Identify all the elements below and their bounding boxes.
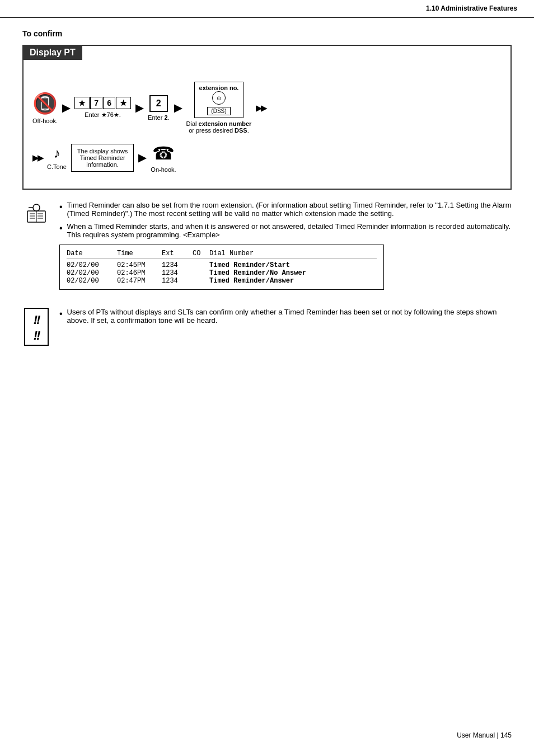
section-title: To confirm bbox=[22, 29, 512, 38]
warning-section: !! !! • Users of PTs without displays an… bbox=[22, 308, 512, 346]
bullet-dot-2: • bbox=[59, 222, 63, 239]
bullet-text-2: When a Timed Reminder starts, and when i… bbox=[67, 222, 512, 239]
arrow-4: ▶ bbox=[138, 152, 146, 164]
ctone-step: ♪ C.Tone bbox=[47, 145, 67, 170]
diagram-box-title: Display PT bbox=[23, 45, 82, 60]
ctone-icon: ♪ bbox=[53, 145, 60, 161]
key-group: ★ 7 6 ★ bbox=[74, 97, 131, 109]
col-header-time: Time bbox=[117, 250, 162, 257]
cell-date-1: 02/02/00 bbox=[67, 261, 117, 269]
diagram-box: Display PT 📵 Off-hook. ▶ ★ 7 6 ★ Enter ★… bbox=[22, 45, 512, 190]
table-row: 02/02/00 02:47PM 1234 Timed Reminder/Ans… bbox=[67, 277, 377, 285]
top-bar: 1.10 Administrative Features bbox=[0, 0, 534, 18]
cell-time-3: 02:47PM bbox=[117, 277, 162, 285]
cell-date-3: 02/02/00 bbox=[67, 277, 117, 285]
footer: User Manual | 145 bbox=[457, 731, 512, 739]
display-line-3: information. bbox=[77, 161, 128, 168]
dss-box: (DSS) bbox=[207, 107, 230, 115]
warning-bullet-dot: • bbox=[59, 308, 63, 325]
number-box-2: 2 bbox=[149, 95, 168, 112]
note-section-1: • Timed Reminder can also be set from th… bbox=[22, 201, 512, 299]
warning-icon: !! !! bbox=[24, 308, 49, 346]
bullet-1: • Timed Reminder can also be set from th… bbox=[59, 201, 512, 218]
note-text-section: • Timed Reminder can also be set from th… bbox=[59, 201, 512, 299]
keys-label: Enter ★76★. bbox=[85, 111, 121, 119]
cell-co-2 bbox=[193, 269, 209, 277]
arrow-3: ▶ bbox=[174, 102, 182, 114]
col-header-dial: Dial Number bbox=[209, 250, 377, 257]
cell-date-2: 02/02/00 bbox=[67, 269, 117, 277]
key-7: 7 bbox=[90, 97, 102, 109]
key-star1: ★ bbox=[74, 97, 90, 109]
svg-point-0 bbox=[33, 204, 40, 211]
double-arrow-1: ▶▶ bbox=[256, 104, 266, 112]
display-line-1: The display shows bbox=[77, 148, 128, 154]
key-6: 6 bbox=[103, 97, 115, 109]
extension-label: extension no. bbox=[199, 84, 239, 91]
col-header-date: Date bbox=[67, 250, 117, 257]
cell-co-3 bbox=[193, 277, 209, 285]
cell-ext-2: 1234 bbox=[162, 269, 193, 277]
bullet-2: • When a Timed Reminder starts, and when… bbox=[59, 222, 512, 239]
dial-label: Dial extension numberor press desired DS… bbox=[186, 120, 252, 134]
exclamation-marks: !! bbox=[34, 313, 40, 327]
header-title: 1.10 Administrative Features bbox=[426, 4, 517, 12]
bullet-text-1: Timed Reminder can also be set from the … bbox=[67, 201, 512, 218]
exclamation-marks-2: !! bbox=[34, 328, 40, 342]
cell-dial-1: Timed Reminder/Start bbox=[209, 261, 377, 269]
onhook-step: ☎ On-hook. bbox=[151, 143, 176, 173]
arrow-1: ▶ bbox=[62, 102, 70, 114]
extension-step: extension no. ⊙ (DSS) Dial extension num… bbox=[186, 82, 252, 134]
footer-text: User Manual bbox=[457, 731, 495, 739]
warning-bullet: • Users of PTs without displays and SLTs… bbox=[59, 308, 512, 325]
col-header-ext: Ext bbox=[162, 250, 193, 257]
cell-ext-3: 1234 bbox=[162, 277, 193, 285]
arrow-2: ▶ bbox=[135, 102, 143, 114]
example-table: Date Time Ext CO Dial Number 02/02/00 02… bbox=[59, 245, 384, 290]
table-row: 02/02/00 02:45PM 1234 Timed Reminder/Sta… bbox=[67, 261, 377, 269]
onhook-icon: ☎ bbox=[152, 143, 175, 164]
circle-dial-icon: ⊙ bbox=[212, 91, 226, 105]
book-svg bbox=[24, 201, 49, 226]
cell-ext-1: 1234 bbox=[162, 261, 193, 269]
offhook-label: Off-hook. bbox=[32, 118, 58, 124]
display-box: The display shows Timed Reminder informa… bbox=[71, 144, 134, 172]
number-label: Enter 2. bbox=[148, 114, 170, 121]
note-book-icon bbox=[22, 201, 50, 230]
table-header: Date Time Ext CO Dial Number bbox=[67, 250, 377, 259]
cell-time-2: 02:46PM bbox=[117, 269, 162, 277]
col-header-co: CO bbox=[193, 250, 209, 257]
diagram-row-1: 📵 Off-hook. ▶ ★ 7 6 ★ Enter ★76★. ▶ 2 En… bbox=[32, 82, 502, 134]
cell-dial-3: Timed Reminder/Answer bbox=[209, 277, 377, 285]
extension-box: extension no. ⊙ (DSS) bbox=[194, 82, 244, 118]
number-step: 2 Enter 2. bbox=[148, 95, 170, 121]
warning-text-wrap: • Users of PTs without displays and SLTs… bbox=[59, 308, 512, 329]
diagram-row-2: ▶▶ ♪ C.Tone The display shows Timed Remi… bbox=[32, 143, 502, 180]
table-row: 02/02/00 02:46PM 1234 Timed Reminder/No … bbox=[67, 269, 377, 277]
keys-step: ★ 7 6 ★ Enter ★76★. bbox=[74, 97, 131, 119]
cell-dial-2: Timed Reminder/No Answer bbox=[209, 269, 377, 277]
key-star2: ★ bbox=[116, 97, 131, 109]
cell-co-1 bbox=[193, 261, 209, 269]
ctone-label: C.Tone bbox=[47, 163, 67, 170]
warning-text: Users of PTs without displays and SLTs c… bbox=[67, 308, 512, 325]
bullet-dot-1: • bbox=[59, 201, 63, 218]
double-arrow-2: ▶▶ bbox=[32, 153, 43, 162]
offhook-step: 📵 Off-hook. bbox=[32, 92, 58, 124]
warning-icon-wrap: !! !! bbox=[22, 308, 50, 346]
display-step: The display shows Timed Reminder informa… bbox=[71, 144, 134, 172]
footer-page: 145 bbox=[500, 731, 512, 739]
display-line-2: Timed Reminder bbox=[77, 154, 128, 161]
onhook-label: On-hook. bbox=[151, 166, 176, 173]
ext-inner: ⊙ (DSS) bbox=[199, 91, 239, 115]
phone-offhook-icon: 📵 bbox=[32, 92, 58, 115]
cell-time-1: 02:45PM bbox=[117, 261, 162, 269]
